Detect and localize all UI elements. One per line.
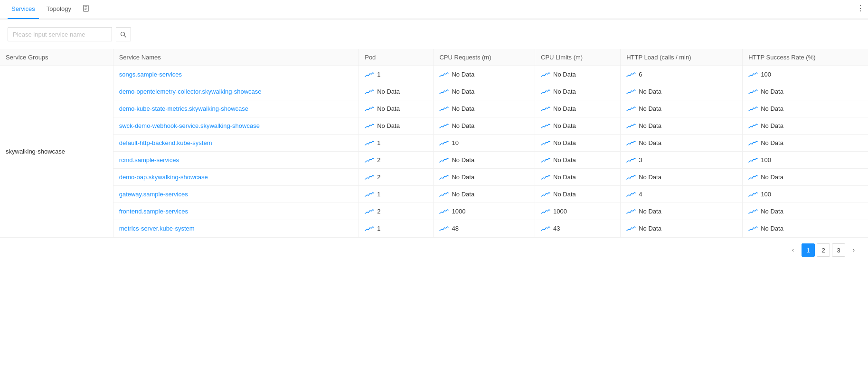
doc-icon[interactable] — [83, 5, 90, 14]
cpu-limits-cell: No Data — [535, 169, 621, 186]
metric-cell: No Data — [439, 88, 529, 95]
metric-cell: No Data — [541, 139, 614, 146]
service-name-link[interactable]: gateway.sample-services — [119, 191, 188, 198]
service-name-link[interactable]: songs.sample-services — [119, 71, 182, 78]
trend-line-icon — [439, 225, 449, 232]
trend-icon — [365, 208, 374, 215]
pod-cell: 2 — [359, 203, 434, 220]
trend-line-icon — [365, 71, 374, 78]
metric-cell: 100 — [748, 71, 862, 78]
metric-cell: No Data — [748, 174, 862, 181]
page-3-button[interactable]: 3 — [832, 243, 845, 257]
service-name-cell: demo-opentelemetry-collector.skywalking-… — [113, 83, 359, 100]
metric-value: 6 — [639, 71, 642, 78]
trend-icon — [365, 157, 374, 164]
metric-cell: No Data — [541, 88, 614, 95]
trend-line-icon — [541, 123, 550, 129]
tab-topology[interactable]: Topology — [43, 0, 75, 19]
trend-line-icon — [626, 71, 636, 78]
trend-icon — [541, 106, 550, 112]
trend-icon — [541, 208, 550, 215]
tab-services[interactable]: Services — [8, 0, 39, 19]
service-name-cell: demo-oap.skywalking-showcase — [113, 169, 359, 186]
metric-cell: No Data — [748, 139, 862, 146]
metric-value: No Data — [761, 174, 783, 181]
trend-line-icon — [626, 157, 636, 164]
metric-cell: No Data — [626, 208, 736, 215]
trend-line-icon — [439, 106, 449, 112]
trend-line-icon — [626, 174, 636, 181]
metric-value: No Data — [452, 122, 474, 129]
http-success-cell: No Data — [743, 83, 868, 100]
trend-line-icon — [541, 225, 550, 232]
trend-icon — [439, 106, 449, 112]
trend-icon — [439, 71, 449, 78]
page-2-button[interactable]: 2 — [817, 243, 830, 257]
metric-value: 100 — [761, 71, 771, 78]
metric-cell: No Data — [626, 122, 736, 129]
metric-value: No Data — [452, 191, 474, 198]
metric-cell: 1000 — [439, 208, 529, 215]
col-service-names: Service Names — [113, 49, 359, 66]
trend-icon — [541, 225, 550, 232]
cpu-limits-cell: No Data — [535, 100, 621, 117]
service-name-link[interactable]: metrics-server.kube-system — [119, 225, 195, 232]
service-name-link[interactable]: frontend.sample-services — [119, 208, 188, 215]
metric-cell: 1 — [365, 225, 427, 232]
page-1-button[interactable]: 1 — [802, 243, 815, 257]
metric-value: 1 — [377, 71, 380, 78]
trend-line-icon — [439, 157, 449, 164]
metric-cell: No Data — [541, 105, 614, 112]
cpu-limits-cell: No Data — [535, 83, 621, 100]
search-button[interactable] — [116, 27, 131, 41]
next-page-button[interactable]: › — [847, 243, 860, 257]
trend-line-icon — [439, 88, 449, 95]
trend-line-icon — [365, 106, 374, 112]
metric-cell: No Data — [365, 105, 427, 112]
table-row: default-http-backend.kube-system 1 10 No… — [0, 135, 868, 152]
service-name-link[interactable]: demo-oap.skywalking-showcase — [119, 174, 208, 181]
trend-icon — [626, 71, 636, 78]
metric-value: No Data — [761, 225, 783, 232]
service-name-link[interactable]: default-http-backend.kube-system — [119, 139, 212, 146]
trend-icon — [626, 123, 636, 129]
service-name-link[interactable]: demo-opentelemetry-collector.skywalking-… — [119, 88, 262, 95]
service-name-link[interactable]: rcmd.sample-services — [119, 156, 179, 164]
trend-icon — [365, 88, 374, 95]
metric-value: No Data — [639, 225, 661, 232]
pod-cell: 2 — [359, 169, 434, 186]
trend-line-icon — [365, 208, 374, 215]
http-success-cell: No Data — [743, 100, 868, 117]
metric-value: No Data — [639, 88, 661, 95]
trend-line-icon — [541, 140, 550, 146]
http-load-cell: 4 — [621, 186, 743, 203]
pod-cell: 2 — [359, 152, 434, 169]
metric-cell: 100 — [748, 191, 862, 198]
service-name-link[interactable]: demo-kube-state-metrics.skywalking-showc… — [119, 105, 248, 112]
prev-page-button[interactable]: ‹ — [786, 243, 800, 257]
metric-value: No Data — [553, 122, 576, 129]
trend-icon — [626, 225, 636, 232]
metric-cell: 1000 — [541, 208, 614, 215]
trend-icon — [541, 123, 550, 129]
col-cpu-limits: CPU Limits (m) — [535, 49, 621, 66]
pagination: ‹ 1 2 3 › — [0, 237, 868, 262]
metric-cell: 48 — [439, 225, 529, 232]
trend-line-icon — [541, 191, 550, 198]
search-input[interactable] — [8, 27, 112, 41]
trend-line-icon — [439, 71, 449, 78]
cpu-requests-cell: No Data — [434, 117, 535, 135]
cpu-limits-cell: No Data — [535, 117, 621, 135]
trend-icon — [748, 88, 758, 95]
more-options-button[interactable]: ⋮ — [857, 4, 864, 13]
metric-value: No Data — [452, 88, 474, 95]
service-name-link[interactable]: swck-demo-webhook-service.skywalking-sho… — [119, 122, 260, 129]
metric-value: 3 — [639, 156, 642, 164]
cpu-requests-cell: No Data — [434, 66, 535, 83]
trend-line-icon — [541, 106, 550, 112]
metric-cell: No Data — [541, 122, 614, 129]
cpu-requests-cell: 1000 — [434, 203, 535, 220]
metric-value: No Data — [761, 208, 783, 215]
cpu-requests-cell: No Data — [434, 152, 535, 169]
metric-cell: 43 — [541, 225, 614, 232]
